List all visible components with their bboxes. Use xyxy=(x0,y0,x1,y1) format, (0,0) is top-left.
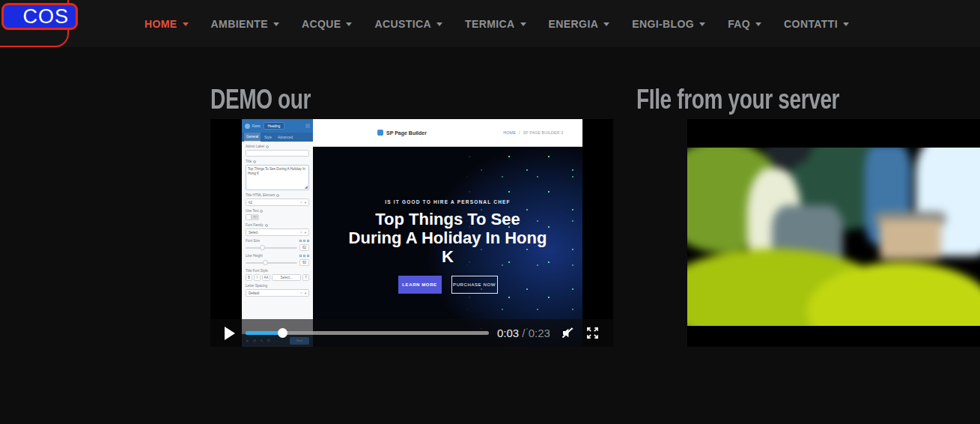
play-icon[interactable] xyxy=(225,327,235,340)
chevron-down-icon xyxy=(603,22,609,26)
chevron-down-icon: ▾ xyxy=(305,291,306,295)
nav-item-contatti[interactable]: CONTATTI xyxy=(773,18,860,30)
clear-icon: × xyxy=(300,231,302,234)
total-time: 0:23 xyxy=(529,327,550,339)
current-time: 0:03 xyxy=(497,327,519,339)
clear-icon: × xyxy=(300,201,302,205)
html-element-select: h2 × ▾ xyxy=(246,199,309,206)
learn-more-button: LEARN MORE xyxy=(398,276,442,294)
video-frame-hero: IS IT GOOD TO HIRE A PERSONAL CHEF Top T… xyxy=(313,147,582,347)
nav-item-termica[interactable]: TERMICA xyxy=(454,18,538,30)
admin-label-input xyxy=(246,150,309,157)
info-icon: i xyxy=(266,145,269,148)
tab-general: General xyxy=(244,133,261,142)
progress-fill xyxy=(246,331,282,335)
nav-label: HOME xyxy=(144,18,177,30)
fullscreen-icon[interactable] xyxy=(585,327,600,339)
site-logo[interactable]: COS xyxy=(0,0,69,47)
hero-buttons: LEARN MORE PURCHASE NOW xyxy=(313,276,582,294)
italic-button: I xyxy=(254,274,261,281)
video-controls-bar: 0:03 / 0:23 xyxy=(210,319,613,347)
font-style-controls: B I AA Select... T xyxy=(246,274,309,281)
font-size-value: 62 xyxy=(299,244,309,251)
chevron-down-icon: ▾ xyxy=(305,231,306,234)
chevron-down-icon xyxy=(183,22,189,26)
sp-panel-body: Admin Label i Title i Top Things To See … xyxy=(242,142,313,297)
text-transform-button: T xyxy=(302,274,309,281)
addon-title: Heading xyxy=(264,122,285,130)
font-size-slider xyxy=(246,247,297,249)
purchase-now-button: PURCHASE NOW xyxy=(451,276,498,294)
info-icon: i xyxy=(265,224,268,227)
section-title-file-server: FIle from your server xyxy=(636,84,897,115)
chevron-down-icon xyxy=(436,22,442,26)
mute-icon[interactable] xyxy=(561,327,575,339)
chevron-down-icon xyxy=(346,22,352,26)
logo-badge: COS xyxy=(1,3,78,30)
nav-item-acustica[interactable]: ACUSTICA xyxy=(363,18,454,30)
nav-label: FAQ xyxy=(728,18,750,30)
info-icon: i xyxy=(260,210,263,213)
nav-item-engi-blog[interactable]: ENGI-BLOG xyxy=(621,18,716,30)
sp-breadcrumb: HOME / SP PAGE BUILDER 3 xyxy=(503,130,563,135)
chevron-down-icon xyxy=(843,22,849,26)
caps-button: AA xyxy=(262,274,270,281)
chevron-down-icon xyxy=(520,22,526,26)
device-breakpoint-icons xyxy=(299,240,310,243)
chevron-down-icon xyxy=(755,22,761,26)
font-family-select: Select × ▾ xyxy=(246,228,309,236)
nav-label: ACUSTICA xyxy=(374,18,431,30)
tab-style: Style xyxy=(262,133,274,142)
page: HOME AMBIENTE ACQUE ACUSTICA TERMICA ENE… xyxy=(0,0,980,424)
progress-knob[interactable] xyxy=(278,328,287,338)
nav-item-acque[interactable]: ACQUE xyxy=(290,18,364,30)
hero-title-text: Top Things To See During A Holiday In Ho… xyxy=(347,210,549,266)
resize-handle-icon xyxy=(305,186,308,189)
nav-label: ACQUE xyxy=(302,18,341,30)
sp-builder-logo-icon xyxy=(377,130,383,136)
logo-text: COS xyxy=(22,5,69,28)
nav-item-energia[interactable]: ENERGIA xyxy=(538,18,621,30)
nav-label: TERMICA xyxy=(465,18,515,30)
line-height-slider xyxy=(246,262,297,264)
hero-eyebrow-text: IS IT GOOD TO HIRE A PERSONAL CHEF xyxy=(313,199,582,205)
section-title-demo: DEMO our xyxy=(210,84,339,115)
nav-item-faq[interactable]: FAQ xyxy=(716,18,773,30)
nav-label: ENERGIA xyxy=(549,18,599,30)
sp-panel-tabs: General Style Advanced xyxy=(242,133,313,142)
time-display: 0:03 / 0:23 xyxy=(497,327,550,339)
chevron-down-icon: ▾ xyxy=(305,201,306,205)
nav-item-ambiente[interactable]: AMBIENTE xyxy=(200,18,290,30)
chevron-down-icon xyxy=(273,22,279,26)
nav-label: ENGI-BLOG xyxy=(632,18,694,30)
style-select: Select... xyxy=(272,274,301,281)
sp-panel-header: Form Heading xyxy=(242,119,313,133)
demo-video-player[interactable]: SP Page Builder HOME / SP PAGE BUILDER 3… xyxy=(210,119,613,347)
info-icon: i xyxy=(276,194,279,197)
nav-item-home[interactable]: HOME xyxy=(133,18,200,30)
letter-spacing-select: Default × ▾ xyxy=(246,289,309,297)
sp-addon-settings-panel: Form Heading General Style Advanced Admi… xyxy=(242,119,313,347)
device-breakpoint-icons xyxy=(299,255,310,258)
server-video-player[interactable] xyxy=(687,119,980,347)
video-frame-sp-topbar: SP Page Builder HOME / SP PAGE BUILDER 3 xyxy=(313,119,582,147)
use-text-toggle: NO xyxy=(246,214,259,220)
chevron-down-icon xyxy=(699,22,705,26)
line-height-value: 60 xyxy=(299,259,309,266)
close-icon xyxy=(305,124,310,128)
main-nav: HOME AMBIENTE ACQUE ACUSTICA TERMICA ENE… xyxy=(133,0,860,47)
nav-label: AMBIENTE xyxy=(211,18,268,30)
nav-label: CONTATTI xyxy=(784,18,838,30)
top-navigation-bar: HOME AMBIENTE ACQUE ACUSTICA TERMICA ENE… xyxy=(0,0,980,47)
progress-bar[interactable] xyxy=(246,331,489,335)
info-icon: i xyxy=(253,160,256,163)
bold-button: B xyxy=(246,274,252,281)
addon-icon xyxy=(245,124,250,129)
sp-page-builder-brand: SP Page Builder xyxy=(377,130,427,136)
title-textarea: Top Things To See During A Holiday In Ho… xyxy=(246,165,309,190)
tab-advanced: Advanced xyxy=(276,133,295,142)
stop-motion-artwork xyxy=(687,148,980,326)
video-frame-scene xyxy=(687,148,980,326)
clear-icon: × xyxy=(300,291,302,295)
